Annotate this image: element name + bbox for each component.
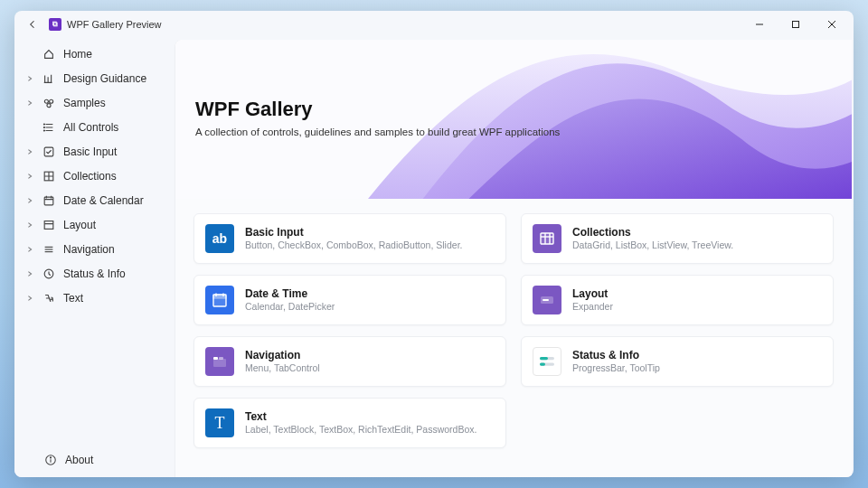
card-tile-icon	[533, 286, 561, 314]
sidebar-item-label: Date & Calendar	[63, 194, 144, 207]
sidebar-item-label: Home	[63, 48, 92, 61]
card-title: Date & Time	[245, 287, 335, 301]
sidebar-item-text[interactable]: Text	[20, 286, 170, 310]
sidebar-item-label: Samples	[63, 97, 106, 109]
window-title: WPF Gallery Preview	[67, 19, 162, 30]
sidebar-item-layout[interactable]: Layout	[20, 212, 170, 237]
status-icon	[42, 267, 56, 280]
sidebar-item-navigation[interactable]: Navigation	[20, 237, 170, 261]
sidebar-footer: About	[18, 446, 172, 474]
page-title: WPF Gallery	[195, 98, 852, 121]
back-button[interactable]	[22, 19, 43, 30]
card-text: NavigationMenu, TabControl	[245, 349, 320, 374]
svg-rect-1	[793, 22, 799, 28]
layout-icon	[42, 219, 56, 231]
card-tile-icon	[205, 347, 234, 376]
card-subtitle: Button, CheckBox, ComboBox, RadioButton,…	[245, 239, 462, 251]
card-text: LayoutExpander	[572, 287, 613, 313]
grid-icon	[42, 170, 56, 183]
sidebar-item-samples[interactable]: Samples	[20, 90, 170, 115]
svg-rect-13	[44, 147, 53, 156]
card-title: Navigation	[245, 349, 320, 362]
card-subtitle: Expander	[572, 301, 613, 313]
page-subtitle: A collection of controls, guidelines and…	[195, 127, 852, 137]
card-subtitle: Menu, TabControl	[245, 362, 320, 374]
chevron-right-icon	[25, 295, 34, 302]
sidebar-item-label: Basic Input	[63, 145, 117, 158]
minimize-button[interactable]	[741, 11, 778, 38]
card-subtitle: ProgressBar, ToolTip	[572, 362, 660, 374]
svg-rect-31	[541, 233, 553, 244]
maximize-button[interactable]	[778, 11, 814, 38]
card-collections[interactable]: CollectionsDataGrid, ListBox, ListView, …	[521, 213, 834, 264]
maximize-icon	[791, 20, 800, 29]
content-area: WPF Gallery A collection of controls, gu…	[175, 40, 852, 477]
sidebar-item-all-controls[interactable]: All Controls	[20, 115, 170, 139]
nav-icon	[42, 243, 56, 256]
svg-rect-45	[540, 357, 548, 360]
text-icon	[42, 292, 56, 305]
sidebar-item-status-info[interactable]: Status & Info	[20, 261, 170, 286]
svg-rect-21	[44, 221, 53, 229]
sidebar-item-basic-input[interactable]: Basic Input	[20, 139, 170, 164]
sidebar-item-label: Status & Info	[63, 267, 126, 280]
sidebar-item-design-guidance[interactable]: Design Guidance	[20, 66, 170, 90]
card-title: Status & Info	[572, 349, 660, 362]
title-bar: ⧉ WPF Gallery Preview	[14, 11, 854, 38]
card-navigation[interactable]: NavigationMenu, TabControl	[193, 336, 506, 387]
minimize-icon	[755, 20, 764, 29]
card-subtitle: Label, TextBlock, TextBox, RichTextEdit,…	[245, 424, 476, 436]
card-layout[interactable]: LayoutExpander	[521, 275, 834, 325]
close-button[interactable]	[814, 11, 850, 38]
chevron-right-icon	[25, 246, 34, 253]
card-tile-icon	[205, 286, 234, 314]
hero-banner: WPF Gallery A collection of controls, gu…	[175, 40, 852, 199]
chevron-right-icon	[25, 221, 34, 229]
card-tile-icon	[533, 224, 561, 253]
list-icon	[42, 121, 56, 134]
sidebar-item-label: Navigation	[63, 243, 115, 256]
sidebar-item-home[interactable]: Home	[20, 42, 170, 66]
svg-point-10	[43, 123, 44, 124]
card-title: Basic Input	[245, 226, 462, 239]
samples-icon	[42, 97, 56, 109]
card-text[interactable]: TTextLabel, TextBlock, TextBox, RichText…	[193, 398, 506, 448]
sidebar-item-label: All Controls	[63, 121, 118, 134]
sidebar-item-label: Design Guidance	[63, 72, 146, 85]
card-subtitle: DataGrid, ListBox, ListView, TreeView.	[572, 239, 733, 251]
card-title: Collections	[572, 226, 733, 239]
svg-rect-42	[213, 357, 218, 360]
sidebar-item-date-calendar[interactable]: Date & Calendar	[20, 188, 170, 212]
sidebar-item-label: Collections	[63, 170, 117, 183]
chevron-right-icon	[25, 270, 34, 277]
svg-rect-41	[213, 359, 226, 367]
app-icon: ⧉	[49, 18, 61, 31]
calendar-icon	[42, 194, 56, 207]
svg-point-4	[44, 99, 48, 103]
card-title: Layout	[572, 287, 613, 301]
svg-point-11	[43, 127, 44, 127]
card-tile-icon: T	[205, 408, 234, 437]
card-title: Text	[245, 410, 476, 424]
svg-point-6	[47, 103, 51, 107]
card-text: TextLabel, TextBlock, TextBox, RichTextE…	[245, 410, 476, 436]
svg-point-12	[43, 129, 44, 130]
sidebar-item-about[interactable]: About	[22, 447, 168, 472]
sidebar-item-label: Layout	[63, 219, 96, 231]
svg-rect-43	[219, 357, 223, 360]
card-status-info[interactable]: Status & InfoProgressBar, ToolTip	[521, 336, 834, 387]
info-icon	[43, 454, 58, 466]
svg-point-29	[50, 456, 51, 457]
home-icon	[42, 48, 56, 61]
card-date-time[interactable]: Date & TimeCalendar, DatePicker	[193, 275, 506, 325]
sidebar: HomeDesign GuidanceSamplesAll ControlsBa…	[14, 38, 175, 477]
svg-rect-40	[542, 299, 549, 301]
card-text: Basic InputButton, CheckBox, ComboBox, R…	[245, 226, 462, 251]
card-basic-input[interactable]: abBasic InputButton, CheckBox, ComboBox,…	[193, 213, 506, 264]
sidebar-item-label: About	[65, 454, 93, 466]
body: HomeDesign GuidanceSamplesAll ControlsBa…	[14, 38, 854, 477]
hero-text: WPF Gallery A collection of controls, gu…	[175, 40, 852, 137]
sidebar-item-collections[interactable]: Collections	[20, 164, 170, 188]
svg-rect-36	[213, 295, 226, 298]
svg-rect-17	[44, 197, 53, 205]
